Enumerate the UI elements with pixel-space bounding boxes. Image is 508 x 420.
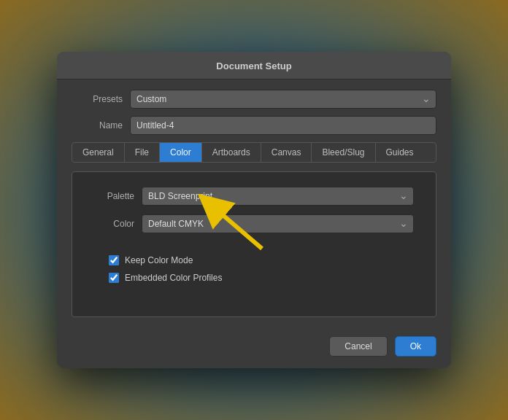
ok-button[interactable]: Ok (395, 336, 436, 357)
dialog-titlebar: Document Setup (57, 52, 451, 79)
presets-select-wrapper: Custom Default Print Web (130, 90, 436, 109)
name-label: Name (72, 120, 123, 131)
palette-row: Palette BLD Screenprint Default Custom (94, 187, 414, 206)
palette-select[interactable]: BLD Screenprint Default Custom (142, 187, 414, 206)
name-input[interactable] (130, 116, 436, 135)
color-label: Color (94, 219, 134, 229)
dialog-body: Presets Custom Default Print Web Name Ge… (57, 79, 451, 329)
tab-guides[interactable]: Guides (376, 143, 424, 162)
dialog-title: Document Setup (216, 61, 291, 71)
embedded-color-profiles-checkbox[interactable] (109, 273, 119, 283)
tab-color[interactable]: Color (160, 143, 202, 162)
dialog-footer: Cancel Ok (57, 329, 451, 368)
tab-general[interactable]: General (72, 143, 125, 162)
palette-label: Palette (94, 191, 134, 201)
color-row: Color Default CMYK Default RGB Custom (94, 214, 414, 233)
presets-label: Presets (72, 94, 123, 104)
document-setup-dialog: Document Setup Presets Custom Default Pr… (57, 52, 451, 368)
checkbox-section: Keep Color Mode Embedded Color Profiles (94, 255, 414, 283)
keep-color-mode-checkbox[interactable] (109, 255, 119, 265)
tab-canvas[interactable]: Canvas (261, 143, 312, 162)
color-select-wrapper: Default CMYK Default RGB Custom (142, 214, 414, 233)
presets-row: Presets Custom Default Print Web (72, 90, 436, 109)
name-row: Name (72, 116, 436, 135)
tab-content-color: Palette BLD Screenprint Default Custom C… (72, 171, 436, 317)
tab-file[interactable]: File (125, 143, 160, 162)
tabs-row: General File Color Artboards Canvas Blee… (72, 142, 436, 163)
palette-select-wrapper: BLD Screenprint Default Custom (142, 187, 414, 206)
keep-color-mode-label: Keep Color Mode (125, 255, 193, 265)
embedded-color-profiles-label: Embedded Color Profiles (125, 273, 222, 283)
keep-color-mode-row: Keep Color Mode (94, 255, 414, 265)
embedded-color-profiles-row: Embedded Color Profiles (94, 273, 414, 283)
tab-artboards[interactable]: Artboards (202, 143, 261, 162)
color-select[interactable]: Default CMYK Default RGB Custom (142, 214, 414, 233)
tab-bleed-slug[interactable]: Bleed/Slug (312, 143, 375, 162)
presets-select[interactable]: Custom Default Print Web (130, 90, 436, 109)
cancel-button[interactable]: Cancel (329, 336, 387, 357)
